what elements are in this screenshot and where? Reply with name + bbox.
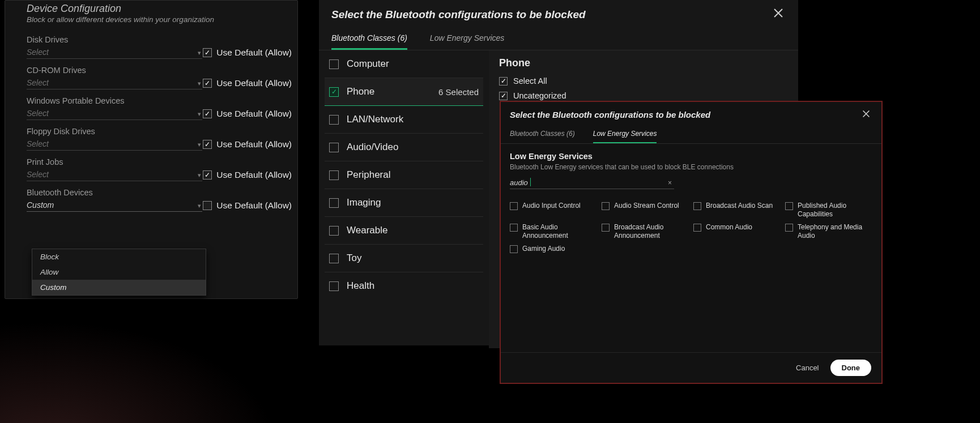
modal-title: Select the Bluetooth configurations to b… [331,8,586,21]
use-default-checkbox[interactable] [203,140,212,149]
chevron-down-icon: ▾ [198,141,201,148]
select-placeholder: Select [27,78,49,87]
class-label: Audio/Video [347,142,479,153]
class-checkbox[interactable] [329,281,339,291]
select-all-checkbox[interactable] [499,77,508,86]
use-default-label: Use Default (Allow) [216,139,292,149]
use-default-checkbox[interactable] [203,109,212,118]
use-default-label: Use Default (Allow) [216,200,292,211]
tab-bluetooth-classes[interactable]: Bluetooth Classes (6) [510,130,575,143]
field-label: Print Jobs [27,157,202,166]
service-item[interactable]: Common Audio [693,223,781,240]
use-default-checkbox[interactable] [203,48,212,57]
device-configuration-panel: Device Configuration Block or allow diff… [5,0,298,299]
les-section-title: Low Energy Services [510,152,872,161]
close-icon[interactable] [860,108,872,122]
class-checkbox[interactable] [329,115,339,125]
dropdown-option-block[interactable]: Block [32,249,206,264]
service-item[interactable]: Gaming Audio [510,245,597,253]
service-item[interactable]: Telephony and Media Audio [785,223,872,240]
select-placeholder: Select [27,48,49,57]
class-checkbox[interactable] [329,254,339,263]
class-row-health[interactable]: Health [325,272,483,300]
print-jobs-select[interactable]: Select ▾ [27,168,202,181]
wpd-select[interactable]: Select ▾ [27,106,202,120]
class-label: Toy [347,253,479,264]
clear-search-icon[interactable]: × [666,179,674,187]
class-label: Wearable [347,225,479,236]
class-row-wearable[interactable]: Wearable [325,217,483,245]
class-row-toy[interactable]: Toy [325,245,483,272]
class-label: Health [347,280,479,292]
service-checkbox[interactable] [602,202,610,210]
service-checkbox[interactable] [785,224,793,232]
class-label: Phone [347,86,431,97]
cancel-button[interactable]: Cancel [796,364,819,372]
class-row-computer[interactable]: Computer [325,50,483,78]
disk-drives-select[interactable]: Select ▾ [27,45,202,59]
service-item[interactable]: Basic Audio Announcement [510,223,597,240]
class-checkbox[interactable] [329,59,339,69]
use-default-checkbox[interactable] [203,170,212,180]
tab-low-energy-services[interactable]: Low Energy Services [430,33,505,50]
service-label: Audio Stream Control [614,202,679,210]
les-search-input[interactable] [510,177,666,189]
service-item[interactable]: Published Audio Capabilities [785,202,872,219]
chevron-down-icon: ▾ [198,80,201,87]
service-label: Broadcast Audio Announcement [614,223,689,240]
class-label: Computer [347,58,479,70]
class-row-phone[interactable]: Phone 6 Selected [325,78,483,106]
modal-title: Select the Bluetooth configurations to b… [510,110,710,119]
service-label: Telephony and Media Audio [798,223,872,240]
select-placeholder: Select [27,170,49,179]
service-checkbox[interactable] [510,245,518,253]
service-item[interactable]: Audio Stream Control [602,202,689,219]
device-configuration-title: Device Configuration [27,3,291,15]
cdrom-drives-select[interactable]: Select ▾ [27,76,202,89]
class-row-lan[interactable]: LAN/Network [325,106,483,134]
class-checkbox[interactable] [329,143,339,152]
close-icon[interactable] [771,6,786,23]
class-row-audiovideo[interactable]: Audio/Video [325,134,483,161]
service-checkbox[interactable] [693,224,701,232]
service-checkbox[interactable] [693,202,701,210]
floppy-select[interactable]: Select ▾ [27,137,202,151]
use-default-label: Use Default (Allow) [216,48,292,58]
class-checkbox[interactable] [329,198,339,208]
class-checkbox[interactable] [329,87,339,97]
service-item[interactable]: Broadcast Audio Announcement [602,223,689,240]
use-default-label: Use Default (Allow) [216,109,292,119]
background-gradient [0,300,317,423]
field-label: Windows Portable Devices [27,96,202,105]
select-all-row[interactable]: Select All [499,74,788,88]
select-all-label: Select All [513,76,547,86]
service-item[interactable]: Broadcast Audio Scan [693,202,781,219]
service-label: Gaming Audio [522,245,565,253]
bluetooth-devices-select[interactable]: Custom ▾ [27,198,202,212]
dropdown-option-allow[interactable]: Allow [32,264,206,280]
class-label: Peripheral [347,169,479,181]
dropdown-option-custom[interactable]: Custom [32,280,206,295]
service-checkbox[interactable] [602,224,610,232]
tab-bluetooth-classes[interactable]: Bluetooth Classes (6) [331,33,407,50]
service-checkbox[interactable] [510,202,518,210]
class-checkbox[interactable] [329,226,339,236]
done-button[interactable]: Done [830,360,872,376]
use-default-label: Use Default (Allow) [216,170,292,180]
field-label: Bluetooth Devices [27,188,202,197]
field-label: CD-ROM Drives [27,66,202,75]
service-checkbox[interactable] [785,202,793,210]
service-checkbox[interactable] [510,224,518,232]
class-checkbox[interactable] [329,170,339,180]
detail-item-checkbox[interactable] [499,92,508,100]
use-default-checkbox[interactable] [203,79,212,88]
service-label: Audio Input Control [522,202,581,210]
chevron-down-icon: ▾ [198,202,201,210]
les-search-box[interactable]: × [510,177,674,189]
use-default-label: Use Default (Allow) [216,78,292,88]
service-item[interactable]: Audio Input Control [510,202,597,219]
class-row-peripheral[interactable]: Peripheral [325,161,483,189]
tab-low-energy-services[interactable]: Low Energy Services [593,130,657,143]
use-default-checkbox[interactable] [203,201,212,210]
class-row-imaging[interactable]: Imaging [325,189,483,217]
